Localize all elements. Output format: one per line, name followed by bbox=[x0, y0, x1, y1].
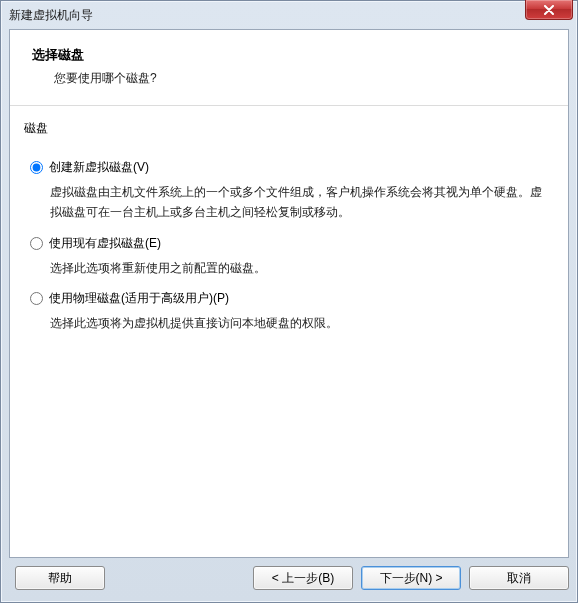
option-physical-disk: 使用物理磁盘(适用于高级用户)(P) 选择此选项将为虚拟机提供直接访问本地硬盘的… bbox=[30, 290, 548, 333]
window-title: 新建虚拟机向导 bbox=[9, 7, 571, 24]
option-physical-label: 使用物理磁盘(适用于高级用户)(P) bbox=[49, 290, 229, 307]
option-existing-row[interactable]: 使用现有虚拟磁盘(E) bbox=[30, 235, 548, 252]
option-existing-disk: 使用现有虚拟磁盘(E) 选择此选项将重新使用之前配置的磁盘。 bbox=[30, 235, 548, 278]
option-create-label: 创建新虚拟磁盘(V) bbox=[49, 159, 149, 176]
header-subtitle: 您要使用哪个磁盘? bbox=[54, 70, 546, 87]
button-bar: 帮助 < 上一步(B) 下一步(N) > 取消 bbox=[9, 562, 569, 594]
next-button[interactable]: 下一步(N) > bbox=[361, 566, 461, 590]
titlebar[interactable]: 新建虚拟机向导 bbox=[1, 1, 577, 29]
help-button[interactable]: 帮助 bbox=[15, 566, 105, 590]
content-frame: 选择磁盘 您要使用哪个磁盘? 磁盘 创建新虚拟磁盘(V) 虚拟磁盘由主机文件系统… bbox=[9, 29, 569, 558]
section-label: 磁盘 bbox=[10, 106, 568, 143]
option-create-new-disk: 创建新虚拟磁盘(V) 虚拟磁盘由主机文件系统上的一个或多个文件组成，客户机操作系… bbox=[30, 159, 548, 223]
disk-options: 创建新虚拟磁盘(V) 虚拟磁盘由主机文件系统上的一个或多个文件组成，客户机操作系… bbox=[10, 143, 568, 344]
cancel-button[interactable]: 取消 bbox=[469, 566, 569, 590]
option-existing-label: 使用现有虚拟磁盘(E) bbox=[49, 235, 161, 252]
option-existing-desc: 选择此选项将重新使用之前配置的磁盘。 bbox=[50, 258, 548, 278]
radio-create-new-disk[interactable] bbox=[30, 161, 43, 174]
header-title: 选择磁盘 bbox=[32, 46, 546, 64]
option-physical-desc: 选择此选项将为虚拟机提供直接访问本地硬盘的权限。 bbox=[50, 313, 548, 333]
radio-existing-disk[interactable] bbox=[30, 237, 43, 250]
back-button[interactable]: < 上一步(B) bbox=[253, 566, 353, 590]
option-create-desc: 虚拟磁盘由主机文件系统上的一个或多个文件组成，客户机操作系统会将其视为单个硬盘。… bbox=[50, 182, 548, 223]
wizard-header: 选择磁盘 您要使用哪个磁盘? bbox=[10, 30, 568, 106]
close-button[interactable] bbox=[525, 0, 573, 20]
option-physical-row[interactable]: 使用物理磁盘(适用于高级用户)(P) bbox=[30, 290, 548, 307]
wizard-window: 新建虚拟机向导 选择磁盘 您要使用哪个磁盘? 磁盘 创建新虚拟磁盘(V) 虚拟磁… bbox=[0, 0, 578, 603]
radio-physical-disk[interactable] bbox=[30, 292, 43, 305]
close-icon bbox=[543, 5, 555, 15]
option-create-row[interactable]: 创建新虚拟磁盘(V) bbox=[30, 159, 548, 176]
